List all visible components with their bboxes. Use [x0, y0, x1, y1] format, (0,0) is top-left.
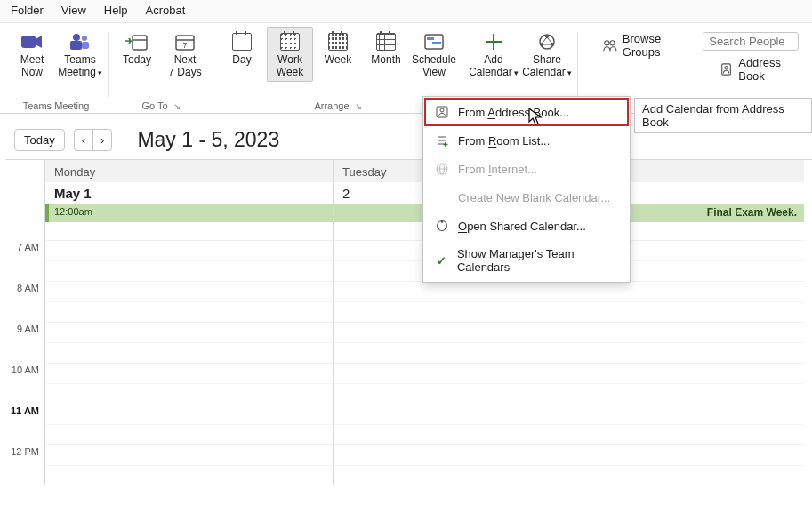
create-blank-calendar-item: Create New Blank Calendar... — [424, 183, 629, 212]
calendar-grid: Monday Tuesday Wednesday May 1 2 12:00am… — [5, 159, 812, 485]
day-icon — [229, 31, 254, 52]
dialog-launcher-icon[interactable]: ↘ — [355, 101, 362, 111]
schedule-view-button[interactable]: ScheduleView — [411, 27, 457, 82]
from-room-list-label: From Room List... — [458, 134, 550, 148]
next7-label: Next7 Days — [168, 54, 201, 79]
person-card-icon — [435, 105, 449, 119]
share-icon — [535, 31, 559, 52]
check-icon: ✓ — [435, 253, 448, 268]
day-column-mon[interactable] — [44, 240, 333, 485]
week-icon — [326, 31, 350, 52]
svg-rect-0 — [21, 36, 36, 48]
camera-icon — [20, 31, 44, 52]
add-calendar-button[interactable]: AddCalendar▾ — [468, 27, 519, 82]
menu-folder[interactable]: Folder — [11, 4, 44, 17]
date-range-title: May 1 - 5, 2023 — [137, 128, 279, 152]
date-tue: 2 — [333, 182, 422, 204]
today-icon — [125, 31, 149, 52]
menu-bar: Folder View Help Acrobat — [0, 0, 812, 23]
add-calendar-dropdown: From Address Book... From Room List... F… — [422, 96, 631, 283]
open-shared-calendar-item[interactable]: Open Shared Calendar... — [424, 212, 629, 240]
from-room-list-item[interactable]: From Room List... — [424, 126, 629, 155]
svg-point-22 — [725, 67, 728, 70]
month-icon — [374, 31, 398, 52]
hour-12: 12 PM — [5, 444, 44, 485]
from-address-book-label: From Address Book... — [458, 106, 569, 119]
svg-point-1 — [73, 34, 80, 41]
svg-point-24 — [440, 108, 444, 112]
ribbon-group-title-goto: Go To↘ — [141, 100, 180, 111]
hour-9: 9 AM — [5, 322, 44, 363]
add-calendar-label: AddCalendar▾ — [469, 54, 519, 79]
svg-point-35 — [438, 228, 440, 230]
svg-rect-11 — [427, 37, 434, 40]
tooltip: Add Calendar from Address Book — [634, 98, 812, 133]
schedule-icon — [422, 31, 446, 52]
today-label: Today — [123, 54, 151, 79]
meet-now-button[interactable]: MeetNow — [9, 27, 55, 82]
ribbon-group-goto: Today 7 Next7 Days Go To↘ — [109, 27, 213, 113]
people-icon — [603, 38, 617, 52]
today-button[interactable]: Today — [114, 27, 160, 82]
hour-10: 10 AM — [5, 363, 44, 404]
hour-8: 8 AM — [5, 281, 44, 322]
dialog-launcher-icon[interactable]: ↘ — [173, 101, 181, 111]
from-internet-label: From Internet... — [458, 163, 537, 176]
ribbon-group-title-teams: Teams Meeting — [23, 100, 90, 111]
share-calendar-button[interactable]: ShareCalendar▾ — [521, 27, 573, 82]
month-label: Month — [371, 54, 400, 79]
browse-groups-label: Browse Groups — [623, 32, 692, 59]
menu-view[interactable]: View — [61, 4, 86, 17]
room-list-icon — [435, 133, 449, 148]
share-calendar-label: ShareCalendar▾ — [522, 54, 572, 79]
from-address-book-item[interactable]: From Address Book... — [424, 98, 629, 126]
svg-point-19 — [605, 41, 609, 45]
day-label: Day — [232, 54, 251, 79]
week-button[interactable]: Week — [315, 27, 361, 82]
hour-11: 11 AM — [5, 404, 44, 444]
address-book-button[interactable]: Address Book — [703, 56, 801, 83]
hour-7: 7 AM — [5, 240, 44, 281]
menu-help[interactable]: Help — [104, 4, 128, 17]
svg-rect-3 — [70, 41, 82, 50]
next-7-days-button[interactable]: 7 Next7 Days — [162, 27, 208, 82]
show-manager-calendars-item[interactable]: ✓ Show Manager's Team Calendars — [424, 240, 629, 281]
teams-meeting-button[interactable]: TeamsMeeting▾ — [57, 27, 103, 82]
time-gutter: 7 AM 8 AM 9 AM 10 AM 11 AM 12 PM — [5, 240, 44, 485]
svg-point-20 — [610, 41, 615, 45]
week-label: Week — [325, 54, 351, 79]
prev-button[interactable]: ‹ — [74, 129, 92, 151]
svg-rect-4 — [82, 42, 89, 49]
day-header-tue[interactable]: Tuesday — [333, 160, 422, 182]
workweek-icon — [277, 31, 302, 52]
allday-event-name: Final Exam Week. — [707, 206, 797, 219]
work-week-button[interactable]: WorkWeek — [267, 27, 313, 82]
day-column-tue[interactable] — [333, 240, 422, 485]
teams-icon — [68, 31, 92, 52]
browse-groups-button[interactable]: Browse Groups — [585, 32, 692, 59]
search-people-input[interactable]: Search People — [703, 32, 799, 51]
svg-point-36 — [445, 228, 447, 230]
svg-rect-12 — [432, 42, 441, 44]
address-book-icon — [720, 62, 733, 76]
from-internet-item: From Internet... — [424, 155, 629, 183]
share-small-icon — [435, 219, 449, 233]
day-header-mon[interactable]: Monday — [44, 160, 333, 182]
meet-now-label: MeetNow — [20, 54, 44, 79]
month-button[interactable]: Month — [363, 27, 409, 82]
svg-text:7: 7 — [182, 41, 187, 50]
allday-row[interactable]: 12:00am Final Exam Week. — [5, 204, 812, 222]
svg-point-2 — [82, 36, 87, 41]
today-nav-button[interactable]: Today — [14, 129, 65, 151]
svg-point-34 — [441, 220, 444, 223]
show-manager-label: Show Manager's Team Calendars — [457, 247, 618, 274]
ribbon-group-title-arrange: Arrange↘ — [314, 100, 361, 111]
date-mon: May 1 — [44, 182, 333, 204]
allday-event-time: 12:00am — [54, 206, 92, 217]
day-button[interactable]: Day — [219, 27, 265, 82]
menu-acrobat[interactable]: Acrobat — [146, 4, 186, 17]
address-book-label: Address Book — [738, 56, 801, 83]
globe-icon — [435, 162, 449, 176]
teams-meeting-label: TeamsMeeting▾ — [58, 54, 102, 79]
next-button[interactable]: › — [92, 129, 112, 151]
